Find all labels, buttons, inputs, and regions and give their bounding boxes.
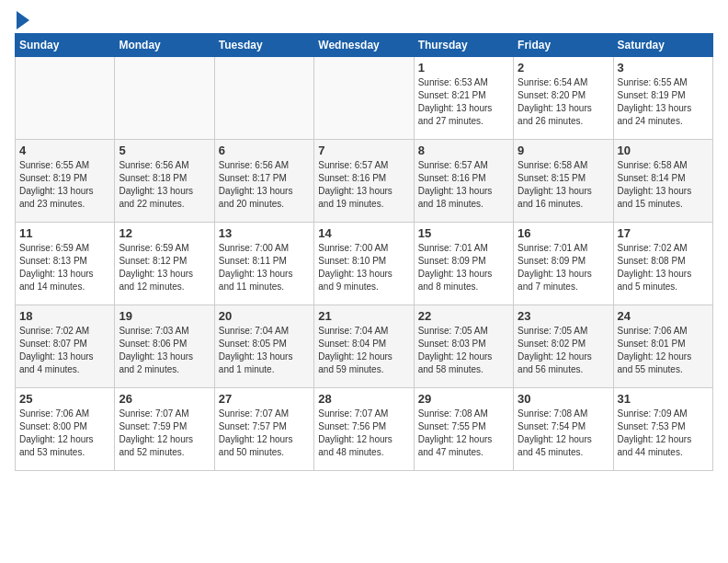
logo-arrow-icon <box>17 11 29 29</box>
calendar-table: SundayMondayTuesdayWednesdayThursdayFrid… <box>15 33 713 471</box>
day-info: Sunrise: 7:08 AM Sunset: 7:54 PM Dayligh… <box>518 408 609 459</box>
calendar-week-row: 18Sunrise: 7:02 AM Sunset: 8:07 PM Dayli… <box>16 305 713 388</box>
day-number: 7 <box>318 144 409 157</box>
day-number: 22 <box>418 309 509 323</box>
day-number: 14 <box>318 226 409 240</box>
calendar-cell: 28Sunrise: 7:07 AM Sunset: 7:56 PM Dayli… <box>314 388 414 471</box>
calendar-cell: 29Sunrise: 7:08 AM Sunset: 7:55 PM Dayli… <box>414 388 513 471</box>
day-number: 30 <box>518 392 609 406</box>
day-number: 18 <box>19 309 110 323</box>
calendar-cell: 14Sunrise: 7:00 AM Sunset: 8:10 PM Dayli… <box>314 223 414 305</box>
calendar-cell: 9Sunrise: 6:58 AM Sunset: 8:15 PM Daylig… <box>514 140 613 223</box>
calendar-cell: 27Sunrise: 7:07 AM Sunset: 7:57 PM Dayli… <box>214 388 313 471</box>
calendar-cell: 5Sunrise: 6:56 AM Sunset: 8:18 PM Daylig… <box>115 140 214 223</box>
calendar-cell: 12Sunrise: 6:59 AM Sunset: 8:12 PM Dayli… <box>115 223 214 305</box>
day-info: Sunrise: 7:01 AM Sunset: 8:09 PM Dayligh… <box>418 242 509 293</box>
day-info: Sunrise: 7:09 AM Sunset: 7:53 PM Dayligh… <box>618 408 709 459</box>
day-info: Sunrise: 6:56 AM Sunset: 8:18 PM Dayligh… <box>119 159 210 211</box>
day-number: 5 <box>119 144 210 157</box>
calendar-cell: 3Sunrise: 6:55 AM Sunset: 8:19 PM Daylig… <box>613 57 712 140</box>
day-info: Sunrise: 7:03 AM Sunset: 8:06 PM Dayligh… <box>119 325 210 376</box>
calendar-week-row: 25Sunrise: 7:06 AM Sunset: 8:00 PM Dayli… <box>16 388 713 471</box>
day-info: Sunrise: 6:53 AM Sunset: 8:21 PM Dayligh… <box>418 76 509 128</box>
day-info: Sunrise: 7:00 AM Sunset: 8:10 PM Dayligh… <box>318 242 409 293</box>
calendar-cell: 19Sunrise: 7:03 AM Sunset: 8:06 PM Dayli… <box>115 305 214 388</box>
day-info: Sunrise: 6:57 AM Sunset: 8:16 PM Dayligh… <box>318 159 409 211</box>
day-info: Sunrise: 7:06 AM Sunset: 8:00 PM Dayligh… <box>19 408 110 459</box>
calendar-cell: 25Sunrise: 7:06 AM Sunset: 8:00 PM Dayli… <box>16 388 115 471</box>
weekday-header-monday: Monday <box>115 34 214 57</box>
day-info: Sunrise: 6:54 AM Sunset: 8:20 PM Dayligh… <box>518 76 609 128</box>
weekday-header-wednesday: Wednesday <box>314 34 414 57</box>
calendar-cell: 13Sunrise: 7:00 AM Sunset: 8:11 PM Dayli… <box>214 223 313 305</box>
weekday-header-friday: Friday <box>514 34 613 57</box>
day-number: 3 <box>618 61 709 75</box>
day-number: 12 <box>119 226 210 240</box>
calendar-week-row: 4Sunrise: 6:55 AM Sunset: 8:19 PM Daylig… <box>16 140 713 223</box>
weekday-header-saturday: Saturday <box>613 34 712 57</box>
calendar-week-row: 1Sunrise: 6:53 AM Sunset: 8:21 PM Daylig… <box>16 57 713 140</box>
calendar-cell <box>16 57 115 140</box>
day-number: 1 <box>418 61 509 75</box>
calendar-cell: 22Sunrise: 7:05 AM Sunset: 8:03 PM Dayli… <box>414 305 513 388</box>
day-number: 11 <box>19 226 110 240</box>
calendar-cell: 4Sunrise: 6:55 AM Sunset: 8:19 PM Daylig… <box>16 140 115 223</box>
day-info: Sunrise: 6:59 AM Sunset: 8:13 PM Dayligh… <box>19 242 110 293</box>
day-info: Sunrise: 6:58 AM Sunset: 8:15 PM Dayligh… <box>518 159 609 211</box>
calendar-cell: 2Sunrise: 6:54 AM Sunset: 8:20 PM Daylig… <box>514 57 613 140</box>
day-number: 21 <box>318 309 409 323</box>
day-number: 24 <box>618 309 709 323</box>
weekday-header-thursday: Thursday <box>414 34 513 57</box>
day-number: 20 <box>219 309 310 323</box>
day-info: Sunrise: 7:04 AM Sunset: 8:04 PM Dayligh… <box>318 325 409 376</box>
calendar-cell: 24Sunrise: 7:06 AM Sunset: 8:01 PM Dayli… <box>613 305 712 388</box>
calendar-week-row: 11Sunrise: 6:59 AM Sunset: 8:13 PM Dayli… <box>16 223 713 305</box>
calendar-header-row: SundayMondayTuesdayWednesdayThursdayFrid… <box>16 34 713 57</box>
day-number: 13 <box>219 226 310 240</box>
calendar-cell: 11Sunrise: 6:59 AM Sunset: 8:13 PM Dayli… <box>16 223 115 305</box>
day-number: 16 <box>518 226 609 240</box>
calendar-cell <box>214 57 313 140</box>
calendar-cell: 1Sunrise: 6:53 AM Sunset: 8:21 PM Daylig… <box>414 57 513 140</box>
day-info: Sunrise: 7:07 AM Sunset: 7:56 PM Dayligh… <box>318 408 409 459</box>
day-info: Sunrise: 6:55 AM Sunset: 8:19 PM Dayligh… <box>19 159 110 211</box>
calendar-cell <box>314 57 414 140</box>
day-number: 27 <box>219 392 310 406</box>
day-number: 19 <box>119 309 210 323</box>
day-info: Sunrise: 7:08 AM Sunset: 7:55 PM Dayligh… <box>418 408 509 459</box>
calendar-cell: 18Sunrise: 7:02 AM Sunset: 8:07 PM Dayli… <box>16 305 115 388</box>
calendar-cell: 6Sunrise: 6:56 AM Sunset: 8:17 PM Daylig… <box>214 140 313 223</box>
calendar-cell: 7Sunrise: 6:57 AM Sunset: 8:16 PM Daylig… <box>314 140 414 223</box>
day-info: Sunrise: 6:55 AM Sunset: 8:19 PM Dayligh… <box>618 76 709 128</box>
calendar-cell: 26Sunrise: 7:07 AM Sunset: 7:59 PM Dayli… <box>115 388 214 471</box>
day-info: Sunrise: 7:00 AM Sunset: 8:11 PM Dayligh… <box>219 242 310 293</box>
day-number: 17 <box>618 226 709 240</box>
day-number: 26 <box>119 392 210 406</box>
calendar-cell: 20Sunrise: 7:04 AM Sunset: 8:05 PM Dayli… <box>214 305 313 388</box>
calendar-cell: 30Sunrise: 7:08 AM Sunset: 7:54 PM Dayli… <box>514 388 613 471</box>
day-number: 25 <box>19 392 110 406</box>
day-number: 8 <box>418 144 509 157</box>
calendar-cell: 21Sunrise: 7:04 AM Sunset: 8:04 PM Dayli… <box>314 305 414 388</box>
calendar-cell: 8Sunrise: 6:57 AM Sunset: 8:16 PM Daylig… <box>414 140 513 223</box>
day-info: Sunrise: 6:58 AM Sunset: 8:14 PM Dayligh… <box>618 159 709 211</box>
calendar-cell <box>115 57 214 140</box>
day-info: Sunrise: 7:06 AM Sunset: 8:01 PM Dayligh… <box>618 325 709 376</box>
day-info: Sunrise: 7:07 AM Sunset: 7:59 PM Dayligh… <box>119 408 210 459</box>
day-number: 31 <box>618 392 709 406</box>
day-number: 10 <box>618 144 709 157</box>
calendar-cell: 31Sunrise: 7:09 AM Sunset: 7:53 PM Dayli… <box>613 388 712 471</box>
logo <box>15 15 29 26</box>
day-number: 2 <box>518 61 609 75</box>
day-number: 4 <box>19 144 110 157</box>
day-info: Sunrise: 7:02 AM Sunset: 8:07 PM Dayligh… <box>19 325 110 376</box>
calendar-cell: 10Sunrise: 6:58 AM Sunset: 8:14 PM Dayli… <box>613 140 712 223</box>
day-number: 9 <box>518 144 609 157</box>
calendar-cell: 23Sunrise: 7:05 AM Sunset: 8:02 PM Dayli… <box>514 305 613 388</box>
day-info: Sunrise: 7:02 AM Sunset: 8:08 PM Dayligh… <box>618 242 709 293</box>
day-info: Sunrise: 7:07 AM Sunset: 7:57 PM Dayligh… <box>219 408 310 459</box>
day-info: Sunrise: 6:56 AM Sunset: 8:17 PM Dayligh… <box>219 159 310 211</box>
day-info: Sunrise: 6:57 AM Sunset: 8:16 PM Dayligh… <box>418 159 509 211</box>
page-header <box>15 15 713 26</box>
day-number: 15 <box>418 226 509 240</box>
